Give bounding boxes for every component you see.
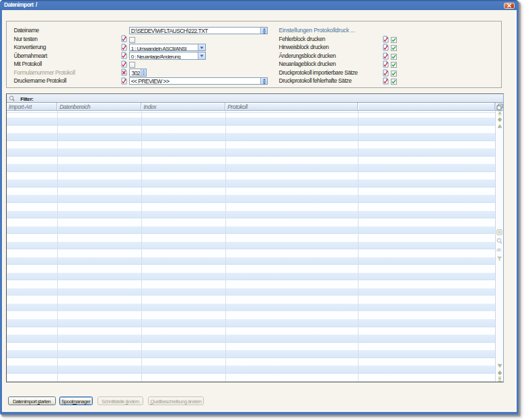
svg-text:ab: ab xyxy=(496,247,501,252)
